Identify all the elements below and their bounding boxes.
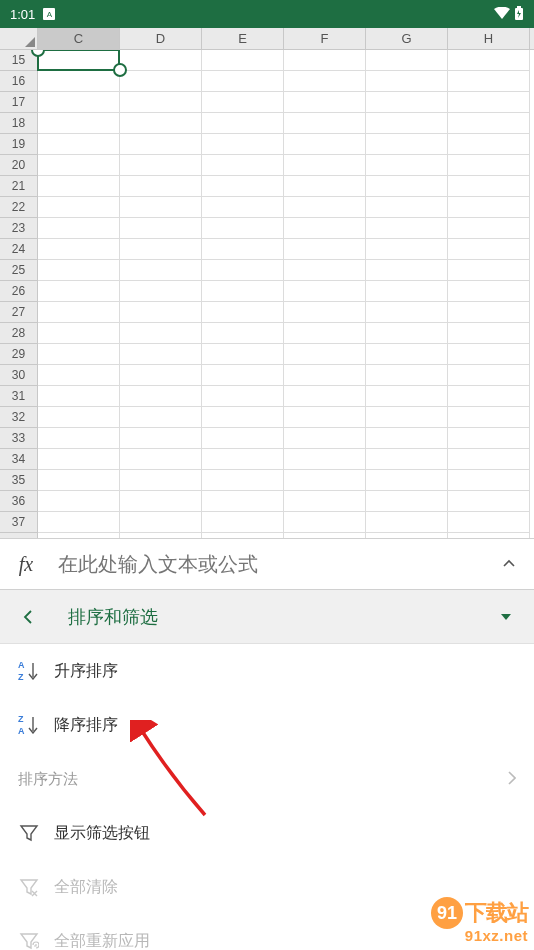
cell[interactable] — [38, 449, 120, 470]
cell[interactable] — [202, 50, 284, 71]
cell[interactable] — [202, 323, 284, 344]
cell[interactable] — [38, 512, 120, 533]
cell[interactable] — [366, 134, 448, 155]
cell[interactable] — [202, 344, 284, 365]
cell[interactable] — [448, 323, 530, 344]
cell[interactable] — [284, 50, 366, 71]
cell[interactable] — [448, 449, 530, 470]
cell[interactable] — [38, 92, 120, 113]
row-header[interactable]: 37 — [0, 512, 38, 533]
sort-ascending-item[interactable]: A Z 升序排序 — [0, 644, 534, 698]
cell[interactable] — [284, 323, 366, 344]
cell[interactable] — [284, 197, 366, 218]
cell[interactable] — [448, 71, 530, 92]
cell[interactable] — [38, 176, 120, 197]
cell[interactable] — [38, 428, 120, 449]
cell[interactable] — [366, 470, 448, 491]
cell[interactable] — [38, 71, 120, 92]
cell[interactable] — [202, 512, 284, 533]
row-header[interactable]: 19 — [0, 134, 38, 155]
row-header[interactable]: 32 — [0, 407, 38, 428]
cell[interactable] — [366, 197, 448, 218]
cell[interactable] — [38, 197, 120, 218]
row-header[interactable]: 38 — [0, 533, 38, 538]
cell[interactable] — [284, 239, 366, 260]
cell[interactable] — [202, 218, 284, 239]
column-header[interactable]: F — [284, 28, 366, 49]
cell[interactable] — [448, 281, 530, 302]
cell[interactable] — [366, 323, 448, 344]
cell[interactable] — [284, 470, 366, 491]
row-header[interactable]: 36 — [0, 491, 38, 512]
cell[interactable] — [38, 50, 120, 71]
cell[interactable] — [366, 407, 448, 428]
select-all-corner[interactable] — [0, 28, 38, 49]
cell[interactable] — [448, 470, 530, 491]
cell[interactable] — [38, 218, 120, 239]
cell[interactable] — [202, 155, 284, 176]
cell[interactable] — [284, 218, 366, 239]
cell[interactable] — [38, 113, 120, 134]
cell[interactable] — [202, 71, 284, 92]
cell[interactable] — [366, 449, 448, 470]
cell[interactable] — [120, 50, 202, 71]
cell[interactable] — [448, 428, 530, 449]
cell[interactable] — [120, 449, 202, 470]
cell[interactable] — [38, 134, 120, 155]
back-button[interactable] — [8, 609, 48, 625]
cell[interactable] — [366, 365, 448, 386]
cell[interactable] — [366, 50, 448, 71]
cell[interactable] — [38, 407, 120, 428]
cell[interactable] — [202, 449, 284, 470]
cell[interactable] — [120, 491, 202, 512]
cell[interactable] — [120, 260, 202, 281]
cell[interactable] — [120, 281, 202, 302]
row-header[interactable]: 15 — [0, 50, 38, 71]
cell[interactable] — [202, 302, 284, 323]
cell[interactable] — [120, 134, 202, 155]
cell[interactable] — [366, 218, 448, 239]
cell[interactable] — [38, 491, 120, 512]
cell[interactable] — [284, 491, 366, 512]
cell[interactable] — [448, 113, 530, 134]
cell[interactable] — [448, 155, 530, 176]
cell[interactable] — [202, 260, 284, 281]
row-header[interactable]: 29 — [0, 344, 38, 365]
cell[interactable] — [284, 449, 366, 470]
column-header[interactable]: D — [120, 28, 202, 49]
cell[interactable] — [448, 407, 530, 428]
cell[interactable] — [120, 344, 202, 365]
cell[interactable] — [366, 92, 448, 113]
column-header[interactable]: E — [202, 28, 284, 49]
cell[interactable] — [120, 197, 202, 218]
fx-label[interactable]: fx — [0, 553, 52, 576]
cell[interactable] — [120, 470, 202, 491]
cell[interactable] — [202, 491, 284, 512]
cell[interactable] — [38, 323, 120, 344]
cell[interactable] — [448, 134, 530, 155]
cell[interactable] — [202, 428, 284, 449]
cell[interactable] — [366, 428, 448, 449]
row-header[interactable]: 22 — [0, 197, 38, 218]
cell[interactable] — [202, 134, 284, 155]
cell[interactable] — [448, 302, 530, 323]
cell[interactable] — [120, 71, 202, 92]
cell[interactable] — [120, 218, 202, 239]
cell[interactable] — [38, 155, 120, 176]
row-header[interactable]: 23 — [0, 218, 38, 239]
cell[interactable] — [366, 491, 448, 512]
cell[interactable] — [284, 512, 366, 533]
cell[interactable] — [366, 302, 448, 323]
sort-descending-item[interactable]: Z A 降序排序 — [0, 698, 534, 752]
cell[interactable] — [120, 533, 202, 538]
cell[interactable] — [120, 386, 202, 407]
cell[interactable] — [38, 260, 120, 281]
cell[interactable] — [366, 386, 448, 407]
cell[interactable] — [202, 407, 284, 428]
cell[interactable] — [120, 176, 202, 197]
row-header[interactable]: 28 — [0, 323, 38, 344]
row-header[interactable]: 25 — [0, 260, 38, 281]
cell[interactable] — [284, 302, 366, 323]
cell[interactable] — [120, 512, 202, 533]
show-filter-buttons-item[interactable]: 显示筛选按钮 — [0, 806, 534, 860]
